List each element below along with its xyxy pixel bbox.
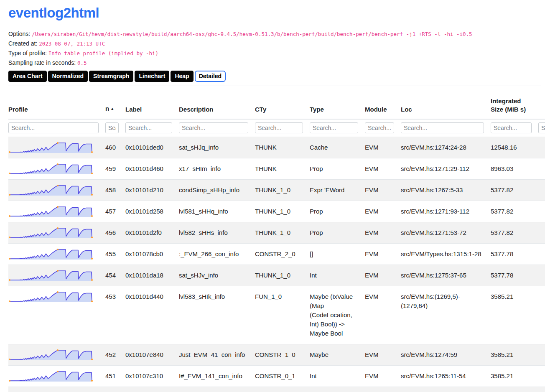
cell-module: EVM	[365, 265, 401, 286]
column-header-cty[interactable]: CTy	[255, 86, 310, 119]
tab-heap[interactable]: Heap	[171, 71, 193, 82]
spark-end-dot	[91, 173, 93, 174]
spark-end-dot	[91, 359, 93, 360]
column-header-label: Loc	[401, 106, 412, 113]
search-row	[8, 119, 545, 137]
cell-n: 458	[105, 180, 125, 201]
search-input-module[interactable]	[365, 122, 394, 133]
cell-loc: src/EVM.hs:1274:59	[401, 344, 491, 366]
column-header-profile[interactable]: Profile	[8, 86, 105, 119]
cell-description: sat_sHJq_info	[179, 137, 255, 158]
search-input-cty[interactable]	[255, 122, 303, 133]
cell-loc: src/EVM/Types.hs:1315:1-28	[401, 244, 491, 265]
spark-end-dot	[91, 151, 93, 153]
profile-sparkline	[8, 226, 98, 240]
column-header-n[interactable]: n▲	[105, 86, 125, 119]
column-header-type[interactable]: Type	[310, 86, 365, 119]
profile-sparkline	[8, 183, 98, 197]
column-header-label: Profile	[8, 106, 28, 113]
column-header-label: Description	[179, 106, 214, 113]
cell-loc: src/EVM.hs:1271:29-112	[401, 158, 491, 180]
cell-cty: FUN_1_0	[255, 286, 310, 344]
meta-value: Info table profile (implied by -hi)	[48, 50, 158, 56]
cell-description: Just_EVM_41_con_info	[179, 344, 255, 366]
column-header-module[interactable]: Module	[365, 86, 401, 119]
table-row: 4530x10101d440lvl583_sHIk_infoFUN_1_0May…	[8, 286, 545, 344]
profile-sparkline	[8, 348, 98, 362]
cell-type: Prop	[310, 158, 365, 180]
tab-streamgraph[interactable]: Streamgraph	[89, 71, 133, 82]
spark-start-dot	[9, 279, 10, 281]
spark-peak-dot	[57, 163, 59, 165]
search-cell-loc	[401, 119, 491, 137]
cell-profile	[8, 158, 105, 180]
cell-type: []	[310, 244, 365, 265]
search-cell-profile	[8, 119, 105, 137]
search-cell-label	[125, 119, 179, 137]
cell-label: 0x10107c310	[125, 366, 179, 387]
profile-sparkline	[8, 268, 98, 283]
search-cell-integrated_size	[491, 119, 538, 137]
cell-description: sat_sHJv_info	[179, 265, 255, 286]
meta-label: Options:	[8, 31, 32, 37]
cell-n: 455	[105, 244, 125, 265]
meta-label: Sampling rate in seconds:	[8, 59, 77, 66]
meta-line-sampling-rate-in-seconds: Sampling rate in seconds: 0.5	[8, 58, 545, 68]
search-input-loc[interactable]	[401, 122, 484, 133]
column-header-integrated_size[interactable]: Integrated Size (MiB s)	[491, 86, 538, 119]
spark-end-dot	[91, 300, 93, 302]
cell-clipped	[401, 387, 491, 392]
tab-normalized[interactable]: Normalized	[48, 71, 88, 82]
search-input-description[interactable]	[179, 122, 248, 133]
cell-module: EVM	[365, 222, 401, 244]
cell-integrated_size: 12548.16	[491, 137, 538, 158]
cell-cty: CONSTR_1_0	[255, 344, 310, 366]
table-row: 4510x10107c310I#_EVM_141_con_infoCONSTR_…	[8, 366, 545, 387]
page-title: eventlog2html	[8, 5, 545, 21]
cell-module: EVM	[365, 158, 401, 180]
spark-start-dot	[9, 380, 10, 382]
cell-module: EVM	[365, 180, 401, 201]
cell-extra	[538, 222, 545, 244]
tab-linechart[interactable]: Linechart	[135, 71, 169, 82]
sort-asc-icon: ▲	[110, 107, 114, 111]
cell-description: lvl581_sHHq_info	[179, 201, 255, 222]
search-input-extra[interactable]	[538, 122, 545, 133]
search-input-type[interactable]	[310, 122, 358, 133]
spark-start-dot	[9, 215, 10, 217]
cell-extra	[538, 158, 545, 180]
cell-integrated_size: 5377.78	[491, 244, 538, 265]
tab-detailed[interactable]: Detailed	[195, 71, 226, 82]
cell-label: 0x10101ded0	[125, 137, 179, 158]
column-header-loc[interactable]: Loc	[401, 86, 491, 119]
column-header-label: Module	[365, 106, 387, 113]
cell-profile	[8, 180, 105, 201]
cell-label: 0x10107e840	[125, 344, 179, 366]
cell-clipped	[105, 387, 125, 392]
spark-peak-dot	[57, 349, 59, 351]
search-input-profile[interactable]	[8, 122, 99, 133]
cell-n: 451	[105, 366, 125, 387]
cell-type: Int	[310, 366, 365, 387]
search-input-integrated_size[interactable]	[491, 122, 532, 133]
search-input-n[interactable]	[105, 122, 119, 133]
cell-type: Prop	[310, 201, 365, 222]
cell-n: 457	[105, 201, 125, 222]
table-row: 4580x10101d210condSimp_sHHp_infoTHUNK_1_…	[8, 180, 545, 201]
column-header-extra[interactable]	[538, 86, 545, 119]
cell-clipped	[179, 387, 255, 392]
search-cell-cty	[255, 119, 310, 137]
cell-loc: src/EVM.hs:1275:37-65	[401, 265, 491, 286]
tab-area-chart[interactable]: Area Chart	[8, 71, 47, 82]
column-header-description[interactable]: Description	[179, 86, 255, 119]
spark-peak-dot	[57, 270, 59, 272]
profile-sparkline	[8, 204, 98, 219]
cell-label: 0x10101d460	[125, 158, 179, 180]
search-input-label[interactable]	[125, 122, 172, 133]
column-header-label: Label	[125, 106, 142, 113]
spark-end-dot	[91, 194, 93, 196]
spark-start-dot	[9, 258, 10, 260]
column-header-label[interactable]: Label	[125, 86, 179, 119]
spark-end-dot	[91, 380, 93, 382]
column-header-label: Type	[310, 106, 324, 113]
